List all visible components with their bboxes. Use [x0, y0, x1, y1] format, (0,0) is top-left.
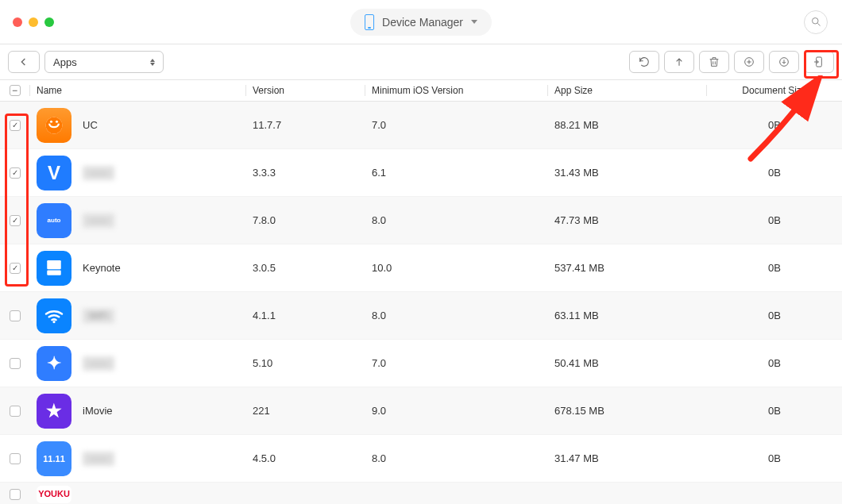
document-size: 0B: [707, 119, 842, 131]
app-icon: 11.11: [37, 441, 71, 476]
title-label: Device Manager: [382, 16, 463, 29]
back-button[interactable]: [8, 51, 40, 73]
device-manager-dropdown[interactable]: Device Manager: [350, 9, 492, 36]
document-size: 0B: [707, 262, 842, 274]
table-row[interactable]: ✦——5.107.050.41 MB0B: [0, 340, 842, 387]
min-ios-version: 7.0: [365, 119, 548, 131]
app-icon: [37, 251, 71, 286]
app-icon: ✦: [37, 346, 71, 381]
svg-point-6: [46, 117, 63, 133]
row-checkbox[interactable]: [10, 358, 21, 369]
table-row[interactable]: YOUKU: [0, 483, 842, 504]
app-version: 4.1.1: [246, 310, 365, 321]
phone-icon: [365, 14, 374, 30]
app-size: 50.41 MB: [548, 357, 707, 369]
min-ios-version: 8.0: [365, 452, 548, 464]
svg-line-1: [817, 23, 820, 25]
app-size: 63.11 MB: [548, 310, 707, 321]
svg-point-0: [812, 18, 818, 25]
chevron-down-icon: [471, 20, 477, 24]
app-icon: auto: [37, 203, 71, 238]
table-row[interactable]: WiFi4.1.18.063.11 MB0B: [0, 292, 842, 340]
app-version: 11.7.7: [246, 119, 365, 131]
svg-rect-10: [47, 260, 61, 269]
app-icon: [37, 298, 71, 333]
col-doc-size[interactable]: Document Size: [707, 85, 842, 96]
document-size: 0B: [707, 167, 842, 179]
app-name: ——: [83, 452, 114, 466]
to-device-button[interactable]: [804, 51, 834, 73]
close-window-button[interactable]: [13, 17, 22, 27]
refresh-button[interactable]: [629, 51, 659, 73]
document-size: 0B: [707, 357, 842, 369]
search-button[interactable]: [804, 10, 828, 34]
table-row[interactable]: auto——7.8.08.047.73 MB0B: [0, 197, 842, 244]
row-checkbox[interactable]: [10, 453, 21, 464]
download-button[interactable]: [769, 51, 799, 73]
app-version: 4.5.0: [246, 452, 365, 464]
app-name: ——: [83, 214, 114, 228]
table-row[interactable]: UC11.7.77.088.21 MB0B: [0, 102, 842, 149]
table-row[interactable]: 11.11——4.5.08.031.47 MB0B: [0, 435, 842, 483]
category-select[interactable]: Apps: [44, 51, 164, 73]
app-name: UC: [83, 119, 98, 131]
table-row[interactable]: ★iMovie2219.0678.15 MB0B: [0, 387, 842, 435]
app-size: 88.21 MB: [548, 119, 707, 131]
document-size: 0B: [707, 452, 842, 464]
min-ios-version: 6.1: [365, 167, 548, 179]
app-name: ——: [83, 166, 114, 180]
row-checkbox[interactable]: [10, 406, 21, 417]
to-device-icon: [813, 56, 825, 68]
minimize-window-button[interactable]: [29, 17, 38, 27]
add-button[interactable]: [734, 51, 764, 73]
chevron-left-icon: [17, 56, 30, 68]
apps-table: Name Version Minimum iOS Version App Siz…: [0, 79, 842, 504]
col-version[interactable]: Version: [246, 85, 365, 96]
app-version: 3.0.5: [246, 262, 365, 274]
min-ios-version: 9.0: [365, 405, 548, 417]
app-size: 678.15 MB: [548, 405, 707, 417]
download-circle-icon: [778, 56, 790, 68]
min-ios-version: 7.0: [365, 357, 548, 369]
row-checkbox[interactable]: [10, 310, 21, 321]
app-name: ——: [83, 356, 114, 371]
row-checkbox[interactable]: [10, 215, 21, 226]
search-icon: [810, 16, 822, 28]
app-name: Keynote: [83, 262, 121, 274]
row-checkbox[interactable]: [10, 263, 21, 274]
min-ios-version: 10.0: [365, 262, 548, 274]
app-size: 31.43 MB: [548, 167, 707, 179]
maximize-window-button[interactable]: [44, 17, 54, 27]
row-checkbox[interactable]: [10, 489, 21, 500]
delete-button[interactable]: [699, 51, 729, 73]
table-row[interactable]: Keynote3.0.510.0537.41 MB0B: [0, 244, 842, 292]
svg-point-8: [56, 120, 58, 122]
min-ios-version: 8.0: [365, 214, 548, 226]
app-icon: [37, 108, 71, 143]
window-controls: [13, 17, 54, 27]
app-icon: ★: [37, 394, 71, 429]
app-name: iMovie: [83, 405, 113, 417]
refresh-icon: [638, 56, 651, 68]
document-size: 0B: [707, 405, 842, 417]
app-size: 31.47 MB: [548, 452, 707, 464]
trash-icon: [708, 56, 720, 68]
app-version: 5.10: [246, 357, 365, 369]
row-checkbox[interactable]: [10, 167, 21, 179]
col-app-size[interactable]: App Size: [548, 85, 707, 96]
col-min-ios[interactable]: Minimum iOS Version: [365, 85, 548, 96]
export-button[interactable]: [664, 51, 694, 73]
app-name: WiFi: [83, 309, 114, 323]
app-size: 47.73 MB: [548, 214, 707, 226]
select-all-checkbox[interactable]: [10, 85, 21, 96]
plus-circle-icon: [743, 56, 755, 68]
row-checkbox[interactable]: [10, 120, 21, 131]
col-name[interactable]: Name: [30, 85, 246, 96]
svg-rect-9: [47, 270, 61, 275]
app-version: 3.3.3: [246, 167, 365, 179]
app-version: 7.8.0: [246, 214, 365, 226]
select-arrows-icon: [150, 59, 155, 66]
table-row[interactable]: V——3.3.36.131.43 MB0B: [0, 149, 842, 197]
app-icon: YOUKU: [37, 486, 71, 503]
titlebar: Device Manager: [0, 0, 842, 44]
